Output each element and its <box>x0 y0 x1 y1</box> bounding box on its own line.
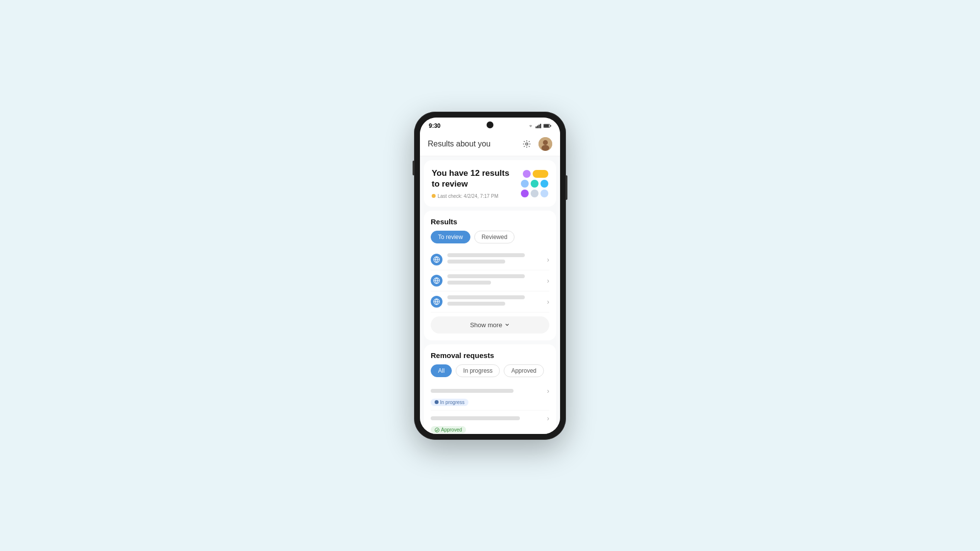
dots-row-1 <box>523 170 548 178</box>
dot-light-blue <box>521 180 529 188</box>
dots-grid <box>521 170 548 197</box>
result-globe-icon-2 <box>431 275 442 287</box>
avatar-button[interactable] <box>539 137 552 151</box>
status-badge-in-progress-1: In progress <box>431 399 468 406</box>
skeleton-line <box>447 302 505 306</box>
results-title: Results <box>431 217 549 226</box>
removal-skeleton-2 <box>431 416 520 420</box>
result-item-3[interactable]: › <box>431 291 549 312</box>
app-bar-icons <box>520 137 552 151</box>
settings-button[interactable] <box>520 137 534 151</box>
result-globe-icon-3 <box>431 296 442 308</box>
dot-slate <box>531 190 539 197</box>
removal-item-1[interactable]: › In progress <box>431 383 549 411</box>
last-check: Last check: 4/2/24, 7:17 PM <box>432 193 509 199</box>
gear-icon <box>522 140 531 148</box>
svg-rect-2 <box>539 124 539 128</box>
volume-button <box>413 161 414 175</box>
svg-rect-1 <box>537 125 538 128</box>
last-check-dot <box>432 194 436 198</box>
chevron-icon-2: › <box>547 277 549 285</box>
svg-point-9 <box>543 140 548 145</box>
tab-reviewed[interactable]: Reviewed <box>474 231 515 243</box>
show-more-label: Show more <box>470 321 502 329</box>
chevron-removal-2: › <box>547 414 549 422</box>
status-icons <box>528 123 551 128</box>
svg-rect-0 <box>536 126 537 128</box>
removal-skeleton-1 <box>431 389 514 393</box>
last-check-text: Last check: 4/2/24, 7:17 PM <box>438 193 498 199</box>
globe-svg-3 <box>433 298 440 305</box>
svg-point-14 <box>435 428 439 432</box>
results-section: Results To review Reviewed <box>424 211 556 340</box>
svg-point-7 <box>526 143 528 145</box>
svg-rect-6 <box>550 125 551 126</box>
dot-sky <box>540 180 548 188</box>
in-progress-label-1: In progress <box>440 400 465 405</box>
dot-blue-fade <box>540 190 548 197</box>
result-skeleton-1 <box>447 253 544 266</box>
screen-content[interactable]: Results about you <box>420 132 560 434</box>
skeleton-line <box>447 253 525 257</box>
wifi-icon <box>528 123 534 128</box>
result-item-2[interactable]: › <box>431 270 549 291</box>
tab-all[interactable]: All <box>431 364 452 377</box>
dot-teal <box>531 180 539 188</box>
phone-screen: 9:30 <box>420 118 560 434</box>
status-time: 9:30 <box>429 122 441 129</box>
tab-in-progress[interactable]: In progress <box>456 364 500 377</box>
svg-rect-3 <box>540 123 541 128</box>
app-bar: Results about you <box>420 132 560 156</box>
avatar-icon <box>539 137 552 151</box>
svg-point-10 <box>541 145 549 151</box>
skeleton-line <box>447 274 525 278</box>
summary-text: You have 12 results to review Last check… <box>432 168 509 199</box>
check-circle-icon-1 <box>435 428 440 432</box>
removal-item-2-top: › <box>431 414 549 422</box>
app-title: Results about you <box>428 140 490 148</box>
result-skeleton-2 <box>447 274 544 287</box>
result-item-1[interactable]: › <box>431 249 549 270</box>
status-dot-blue-1 <box>435 400 439 404</box>
removal-title: Removal requests <box>431 351 549 359</box>
skeleton-line <box>447 295 525 299</box>
result-globe-icon-1 <box>431 254 442 265</box>
approved-label-1: Approved <box>441 427 462 432</box>
show-more-button[interactable]: Show more <box>431 316 549 334</box>
dot-purple <box>523 170 531 178</box>
result-skeleton-3 <box>447 295 544 308</box>
chevron-down-icon <box>504 322 510 328</box>
tab-to-review[interactable]: To review <box>431 231 470 243</box>
status-badge-approved-1: Approved <box>431 426 466 433</box>
battery-icon <box>543 123 551 128</box>
summary-card: You have 12 results to review Last check… <box>424 160 556 207</box>
svg-rect-5 <box>544 124 549 127</box>
skeleton-line <box>447 281 491 285</box>
chevron-icon-1: › <box>547 256 549 264</box>
skeleton-line <box>447 260 505 264</box>
dot-violet <box>521 190 529 197</box>
globe-svg-2 <box>433 277 440 284</box>
camera-notch <box>487 121 493 128</box>
dots-row-3 <box>521 190 548 197</box>
signal-icon <box>536 123 541 128</box>
removal-item-2[interactable]: › Approved <box>431 410 549 433</box>
removal-section: Removal requests All In progress Approve… <box>424 344 556 434</box>
phone-frame: 9:30 <box>414 112 566 440</box>
removal-filter-tabs: All In progress Approved <box>431 364 549 377</box>
chevron-icon-3: › <box>547 298 549 306</box>
results-filter-tabs: To review Reviewed <box>431 231 549 243</box>
dot-amber-pill <box>533 170 548 178</box>
chevron-removal-1: › <box>547 387 549 395</box>
tab-approved[interactable]: Approved <box>504 364 543 377</box>
globe-svg-1 <box>433 256 440 263</box>
removal-item-1-top: › <box>431 387 549 395</box>
summary-heading: You have 12 results to review <box>432 168 509 190</box>
dots-row-2 <box>521 180 548 188</box>
power-button <box>566 175 567 200</box>
